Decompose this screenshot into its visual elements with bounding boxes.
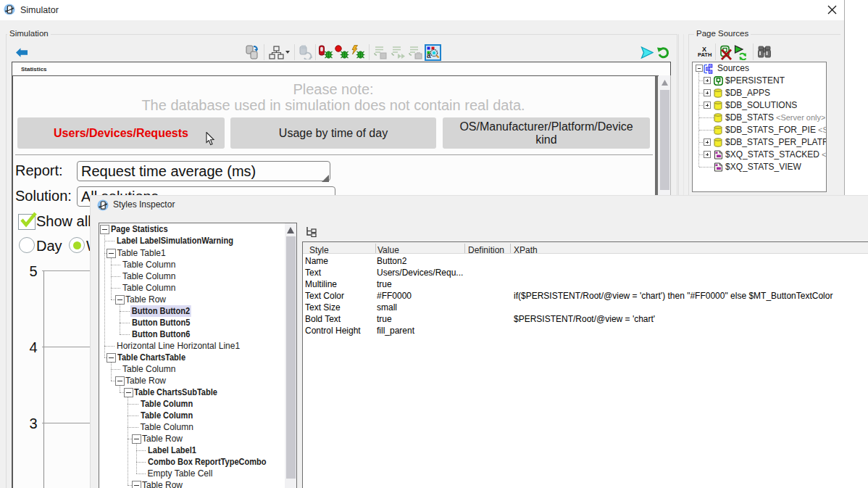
svg-text:a: a — [427, 51, 431, 59]
